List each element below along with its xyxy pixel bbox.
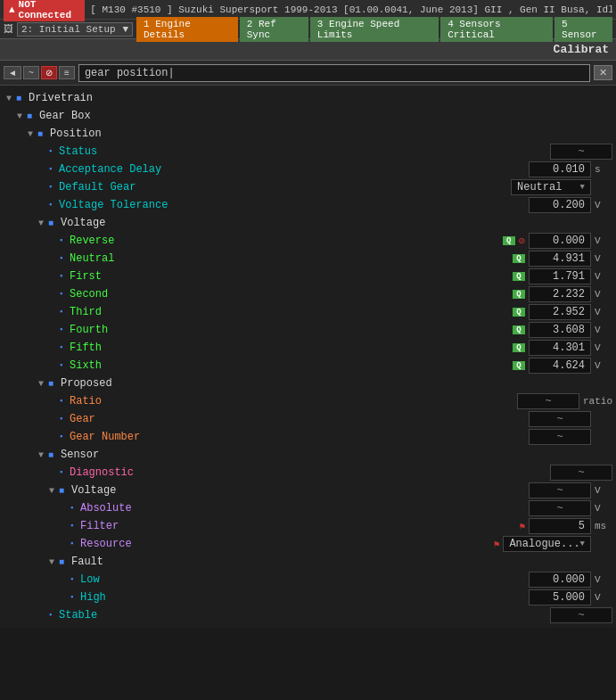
tab-engine-details[interactable]: 1 Engine Details: [136, 17, 238, 42]
label-default-gear: Default Gear: [59, 181, 470, 194]
title-info: [ M130 #3510 ] Suzuki Supersport 1999-20…: [90, 4, 612, 15]
tree-row-absolute[interactable]: ▼ ▪ Absolute ~ V: [0, 499, 616, 517]
warning-icon: ▲: [9, 4, 15, 15]
tree-row-position[interactable]: ▼ ■ Position: [0, 125, 616, 143]
tree-row-ratio[interactable]: ▼ ▪ Ratio ~ ratio: [0, 392, 616, 410]
menu-button[interactable]: ≡: [59, 66, 75, 79]
red-circle-icon-reverse: ⊘: [519, 235, 525, 248]
node-icon-acceptance: ▪: [48, 165, 55, 174]
dropdown-arrow-icon: ▼: [122, 24, 128, 35]
tree-row-neutral[interactable]: ▼ ▪ Neutral Q 4.931 V: [0, 250, 616, 268]
value-area-acceptance: 0.010 s: [470, 161, 612, 177]
node-icon-fault: ■: [59, 557, 68, 567]
tab-engine-speed[interactable]: 3 Engine Speed Limits: [310, 17, 439, 42]
unit-fifth: V: [595, 342, 612, 353]
tree-row-status[interactable]: ▼ ▪ Status ~: [0, 143, 616, 161]
tree-row-resource[interactable]: ▼ ▪ Resource ⚑ Analogue... ▼: [0, 535, 616, 553]
tab-ref-sync[interactable]: 2 Ref Sync: [240, 17, 308, 42]
node-icon-sensor-voltage: ■: [59, 486, 68, 496]
dropdown-default-gear-icon: ▼: [580, 183, 585, 192]
tree-row-high[interactable]: ▼ ▪ High 5.000 V: [0, 589, 616, 606]
tree-row-low[interactable]: ▼ ▪ Low 0.000 V: [0, 571, 616, 589]
label-low: Low: [80, 573, 470, 586]
tree-row-fifth[interactable]: ▼ ▪ Fifth Q 4.301 V: [0, 339, 616, 357]
label-diagnostic: Diagnostic: [70, 466, 470, 479]
unit-sixth: V: [595, 360, 612, 371]
tree-row-sensor[interactable]: ▼ ■ Sensor: [0, 446, 616, 464]
expand-icon-fourth: ▼: [46, 325, 57, 335]
label-voltage-tolerance: Voltage Tolerance: [59, 199, 470, 211]
node-icon-fourth: ▪: [59, 325, 66, 334]
value-area-default-gear: Neutral ▼: [470, 179, 612, 195]
node-icon-ratio: ▪: [59, 397, 66, 406]
setup-dropdown[interactable]: 2: Initial Setup ▼: [17, 22, 133, 37]
search-input[interactable]: [78, 64, 590, 82]
expand-icon-sensor: ▼: [36, 450, 46, 460]
label-status: Status: [59, 145, 470, 158]
expand-icon-absolute: ▼: [57, 504, 68, 514]
prev-button[interactable]: ◄: [4, 66, 21, 79]
expand-icon-gearbox: ▼: [14, 111, 25, 121]
node-icon-proposed: ■: [48, 379, 57, 389]
tab-sensors-critical[interactable]: 4 Sensors Critical: [440, 17, 553, 42]
tree-row-first[interactable]: ▼ ▪ First Q 1.791 V: [0, 268, 616, 285]
value-resource: Analogue... ▼: [503, 536, 591, 552]
label-gear: Gear: [70, 413, 470, 425]
node-icon-gearbox: ■: [27, 111, 36, 121]
unit-filter: ms: [595, 521, 612, 531]
tree-row-fault[interactable]: ▼ ■ Fault: [0, 553, 616, 571]
tree-row-fourth[interactable]: ▼ ▪ Fourth Q 3.608 V: [0, 321, 616, 339]
search-controls: ◄ ~ ⊘ ≡: [4, 66, 75, 79]
node-icon-neutral: ▪: [59, 254, 66, 263]
tree-row-gear[interactable]: ▼ ▪ Gear ~: [0, 410, 616, 428]
expand-icon-gear-number: ▼: [46, 432, 57, 442]
value-area-neutral: Q 4.931 V: [470, 251, 612, 267]
tree-row-filter[interactable]: ▼ ▪ Filter ⚑ 5 ms: [0, 517, 616, 535]
node-icon-voltage: ■: [48, 218, 57, 228]
tree-row-diagnostic[interactable]: ▼ ▪ Diagnostic ~: [0, 464, 616, 482]
node-icon-default-gear: ▪: [48, 183, 55, 192]
value-area-sixth: Q 4.624 V: [470, 358, 612, 374]
unit-vt: V: [595, 200, 612, 210]
expand-icon-reverse: ▼: [46, 236, 57, 246]
expand-icon-ratio: ▼: [46, 397, 57, 407]
tree-row-drivetrain[interactable]: ▼ ■ Drivetrain: [0, 89, 616, 107]
tree-row-gear-number[interactable]: ▼ ▪ Gear Number ~: [0, 428, 616, 446]
label-sensor-voltage: Voltage: [71, 484, 470, 497]
label-proposed: Proposed: [61, 377, 612, 390]
value-filter: 5: [529, 518, 591, 534]
value-area-fifth: Q 4.301 V: [470, 340, 612, 356]
unit-first: V: [595, 271, 612, 282]
label-fifth: Fifth: [70, 342, 470, 354]
node-icon-third: ▪: [59, 308, 66, 317]
expand-icon-sensor-voltage: ▼: [46, 486, 57, 496]
value-area-reverse: Q ⊘ 0.000 V: [470, 233, 612, 249]
expand-icon-first: ▼: [46, 272, 57, 282]
value-neutral: 4.931: [529, 251, 591, 267]
stop-button[interactable]: ⊘: [41, 66, 57, 79]
tree-row-sensor-voltage[interactable]: ▼ ■ Voltage ~ V: [0, 482, 616, 499]
label-second: Second: [70, 288, 470, 301]
search-close-button[interactable]: ✕: [594, 65, 612, 80]
tree-row-gearbox[interactable]: ▼ ■ Gear Box: [0, 107, 616, 125]
tree-row-default-gear[interactable]: ▼ ▪ Default Gear Neutral ▼: [0, 178, 616, 196]
tab-sensor[interactable]: 5 Sensor: [554, 17, 612, 42]
wave-button[interactable]: ~: [23, 66, 39, 79]
value-area-third: Q 2.952 V: [470, 304, 612, 320]
tree-row-proposed[interactable]: ▼ ■ Proposed: [0, 375, 616, 392]
tree-row-sixth[interactable]: ▼ ▪ Sixth Q 4.624 V: [0, 357, 616, 375]
tree-row-voltage-group[interactable]: ▼ ■ Voltage: [0, 214, 616, 232]
expand-icon-low: ▼: [57, 575, 68, 585]
value-default-gear: Neutral ▼: [511, 179, 591, 195]
tree-row-voltage-tolerance[interactable]: ▼ ▪ Voltage Tolerance 0.200 V: [0, 196, 616, 214]
value-diagnostic: ~: [550, 465, 612, 481]
tree-row-third[interactable]: ▼ ▪ Third Q 2.952 V: [0, 303, 616, 321]
expand-icon-sixth: ▼: [46, 361, 57, 371]
tree-row-reverse[interactable]: ▼ ▪ Reverse Q ⊘ 0.000 V: [0, 232, 616, 250]
search-bar: ◄ ~ ⊘ ≡ ✕: [0, 61, 616, 86]
tree-row-acceptance-delay[interactable]: ▼ ▪ Acceptance Delay 0.010 s: [0, 161, 616, 178]
value-acceptance: 0.010: [529, 161, 591, 177]
unit-low: V: [595, 574, 612, 585]
tree-row-stable[interactable]: ▼ ▪ Stable ~: [0, 606, 616, 624]
tree-row-second[interactable]: ▼ ▪ Second Q 2.232 V: [0, 285, 616, 303]
